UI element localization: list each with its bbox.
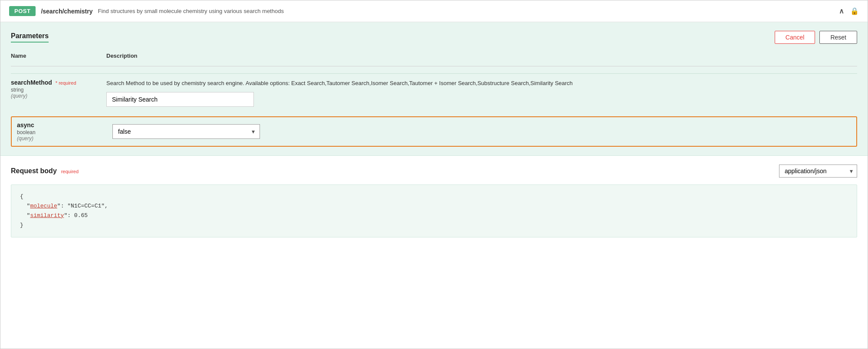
code-line-open: { bbox=[20, 192, 848, 201]
code-key-similarity: similarity bbox=[30, 212, 64, 219]
endpoint-description: Find structures by small molecule chemis… bbox=[98, 8, 283, 14]
method-badge: POST bbox=[9, 6, 36, 16]
parameters-section: Parameters Cancel Reset Name Description… bbox=[0, 22, 868, 156]
header-separator bbox=[11, 66, 857, 66]
param-name-async: async bbox=[17, 122, 102, 128]
header-bar: POST /search/chemistry Find structures b… bbox=[0, 0, 868, 22]
searchmethod-input[interactable] bbox=[106, 92, 254, 107]
param-name-col-async: async boolean (query) bbox=[12, 117, 107, 146]
cancel-button[interactable]: Cancel bbox=[775, 31, 815, 44]
async-select[interactable]: false true bbox=[112, 124, 260, 139]
param-row-async-wrapper: async boolean (query) false true bbox=[11, 116, 857, 147]
reset-button[interactable]: Reset bbox=[819, 31, 857, 44]
endpoint-path: /search/chemistry bbox=[41, 8, 92, 15]
request-body-title-wrapper: Request body required bbox=[11, 167, 79, 175]
main-container: POST /search/chemistry Find structures b… bbox=[0, 0, 868, 349]
parameters-title: Parameters bbox=[11, 32, 49, 43]
request-body-section: Request body required application/json t… bbox=[0, 156, 868, 349]
param-description-searchmethod: Search Method to be used by chemistry se… bbox=[106, 79, 857, 88]
code-line-molecule: "molecule": "N1C=CC=C1", bbox=[20, 201, 848, 211]
param-location-searchmethod: (query) bbox=[11, 93, 99, 99]
column-desc-header: Description bbox=[106, 53, 857, 59]
code-block: { "molecule": "N1C=CC=C1", "similarity":… bbox=[11, 184, 857, 237]
column-headers: Name Description bbox=[11, 51, 857, 63]
param-type-async: boolean bbox=[17, 129, 102, 135]
param-name-col-searchmethod: searchMethod * required string (query) bbox=[11, 79, 106, 99]
param-name-searchmethod: searchMethod * required bbox=[11, 79, 99, 86]
param-location-async: (query) bbox=[17, 135, 102, 142]
code-line-close: } bbox=[20, 221, 848, 230]
async-select-container: false true bbox=[112, 124, 260, 139]
param-row-async: async boolean (query) false true bbox=[11, 116, 857, 147]
content-type-select[interactable]: application/json text/plain bbox=[779, 165, 857, 178]
param-desc-col-searchmethod: Search Method to be used by chemistry se… bbox=[106, 79, 857, 107]
code-key-molecule: molecule bbox=[30, 203, 57, 209]
param-type-searchmethod: string bbox=[11, 87, 99, 93]
request-body-title: Request body bbox=[11, 167, 57, 174]
content-type-wrapper: application/json text/plain bbox=[779, 165, 857, 178]
header-icons: ∧ 🔒 bbox=[839, 7, 859, 15]
params-buttons: Cancel Reset bbox=[775, 31, 857, 44]
lock-icon[interactable]: 🔒 bbox=[850, 7, 859, 15]
param-row-searchmethod: searchMethod * required string (query) S… bbox=[11, 73, 857, 112]
request-body-header: Request body required application/json t… bbox=[11, 165, 857, 178]
collapse-icon[interactable]: ∧ bbox=[839, 7, 844, 15]
param-desc-col-async: false true bbox=[107, 117, 856, 146]
request-body-required: required bbox=[61, 169, 79, 174]
parameters-header: Parameters Cancel Reset bbox=[11, 31, 857, 44]
code-line-similarity: "similarity": 0.65 bbox=[20, 211, 848, 221]
column-name-header: Name bbox=[11, 53, 106, 59]
